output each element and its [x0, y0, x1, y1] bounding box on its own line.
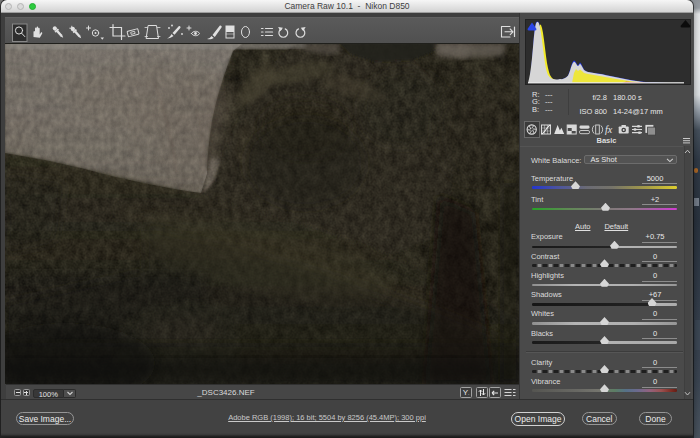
- svg-text:fx: fx: [605, 124, 613, 135]
